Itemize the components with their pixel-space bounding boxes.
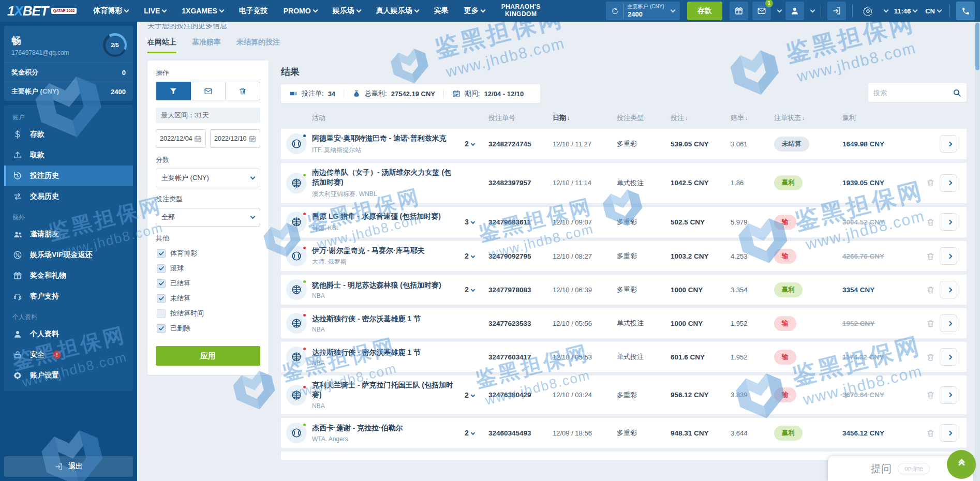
expand-count[interactable]: 2	[465, 391, 488, 399]
profile-button[interactable]	[785, 2, 804, 20]
col-odds[interactable]: 赔率↓	[731, 113, 774, 123]
row-detail-button[interactable]	[940, 174, 957, 192]
date-from-input[interactable]: 2022/12/04	[156, 129, 206, 148]
table-row[interactable]: 达拉斯独行侠 - 密尔沃基雄鹿 1 节NBA 32477603417 12/10…	[281, 342, 967, 372]
sidebar-item-vip-cashback[interactable]: 娱乐场VIP现金返还	[4, 245, 133, 265]
expand-count[interactable]: 3	[465, 218, 488, 226]
row-detail-button[interactable]	[940, 314, 957, 332]
col-bet-id[interactable]: 投注单号	[488, 113, 553, 123]
section-profile: 个人资料	[4, 307, 133, 324]
row-detail-button[interactable]	[940, 247, 957, 265]
row-detail-button[interactable]	[940, 213, 957, 231]
time-selector[interactable]: 11:46	[892, 7, 919, 15]
sidebar-item-security[interactable]: 安全 !	[4, 344, 133, 365]
delete-bet-button[interactable]	[921, 319, 940, 328]
checkbox-sports-betting[interactable]: 体育博彩	[157, 249, 259, 258]
col-event[interactable]: 活动	[312, 113, 465, 123]
expand-count[interactable]: 2	[465, 429, 488, 437]
sidebar-item-bonuses-gifts[interactable]: 奖金和礼物	[4, 265, 133, 286]
delete-bet-button[interactable]	[921, 285, 940, 294]
filter-button[interactable]	[156, 82, 191, 100]
col-win[interactable]: 赢利	[842, 113, 921, 123]
sidebar-item-withdraw[interactable]: 取款	[4, 145, 133, 166]
sidebar-item-transaction-history[interactable]: 交易历史	[4, 186, 133, 207]
phone-support-button[interactable]	[956, 2, 975, 20]
pharaohs-kingdom-banner[interactable]: PHARAOH'S KINGDOM	[501, 4, 541, 18]
menu-1xgames[interactable]: 1XGAMES	[182, 7, 223, 15]
delete-bet-button[interactable]	[921, 218, 940, 227]
row-detail-button[interactable]	[940, 424, 957, 442]
table-row[interactable]: 阿德里安·奥耶特滋巴奇 - 迪诺·普利兹米克ITF. 莫纳斯提尔站 2 3248…	[281, 129, 967, 159]
tab-base-odds[interactable]: 基准赔率	[192, 38, 221, 53]
checkbox-settled[interactable]: 已结算	[157, 279, 259, 288]
row-detail-button[interactable]	[940, 135, 957, 153]
checkbox-live[interactable]: 滚球	[157, 264, 259, 273]
sidebar-item-profile[interactable]: 个人资料	[4, 324, 133, 344]
search-icon[interactable]	[953, 88, 961, 97]
logout-button[interactable]: 退出	[4, 456, 133, 477]
delete-bet-button[interactable]	[921, 252, 940, 261]
section-account: 账户	[4, 107, 133, 124]
language-selector[interactable]: CN	[923, 7, 943, 15]
col-bet-type[interactable]: 投注类型	[617, 113, 671, 123]
col-date[interactable]: 日期↓	[553, 113, 617, 123]
tab-on-site[interactable]: 在网站上	[147, 38, 176, 53]
sidebar-item-account-settings[interactable]: 账户设置	[4, 365, 133, 386]
checkbox-unsettled[interactable]: 未结算	[157, 294, 259, 303]
expand-count[interactable]: 2	[465, 285, 488, 294]
sidebar-item-bet-history[interactable]: 投注历史	[4, 166, 133, 186]
table-row[interactable]: 达拉斯独行侠 - 密尔沃基雄鹿 1 节NBA 32477623533 12/10…	[281, 308, 967, 338]
table-row[interactable]: 伊万·谢尔盖奇克 - 马赛尔·库马耶夫大师. 俄罗斯 2 32479092795…	[281, 241, 967, 272]
menu-live[interactable]: LIVE	[144, 7, 166, 15]
settings-button-top[interactable]	[859, 2, 878, 20]
profile-progress-ring[interactable]: 2/5	[103, 33, 127, 57]
messages-button[interactable]: 1	[752, 2, 771, 20]
row-detail-button[interactable]	[940, 348, 957, 366]
expand-count[interactable]: 2	[465, 252, 488, 260]
menu-more[interactable]: 更多	[464, 6, 485, 16]
menu-esports[interactable]: 电子竞技	[239, 6, 268, 16]
sidebar-item-invite-friends[interactable]: 邀请朋友	[4, 224, 133, 245]
deposit-button[interactable]: 存款	[687, 2, 722, 20]
account-selector[interactable]: 主要帐户 (CNY) 2400	[606, 2, 680, 20]
menu-live-casino[interactable]: 真人娱乐场	[376, 6, 419, 16]
apply-button[interactable]: 应用	[156, 346, 260, 366]
sidebar-item-deposit[interactable]: 存款	[4, 124, 133, 145]
checkbox-by-settle-time[interactable]: 按结算时间	[157, 309, 259, 318]
table-row[interactable]: 杰西卡·蓬谢 - 克拉拉·伯勒尔WTA. Angers 2 3246034549…	[281, 418, 967, 448]
row-detail-button[interactable]	[940, 281, 957, 298]
col-stake[interactable]: 投注↓	[671, 113, 731, 123]
gift-button[interactable]	[730, 2, 748, 20]
refresh-icon[interactable]	[611, 7, 619, 15]
table-row[interactable]: 克利夫兰骑士 - 萨克拉门托国王队 (包括加时赛)NBA 2 324763804…	[281, 375, 967, 414]
delete-bet-button[interactable]	[921, 390, 940, 399]
delete-bet-button[interactable]	[921, 178, 940, 187]
row-detail-button[interactable]	[940, 386, 957, 404]
checkbox-deleted[interactable]: 已删除	[157, 324, 259, 333]
bet-type-select[interactable]: 全部	[156, 208, 260, 227]
delete-bet-button[interactable]	[921, 353, 940, 362]
vertical-scrollbar[interactable]	[975, 22, 980, 481]
search-input[interactable]	[873, 89, 953, 97]
expand-count[interactable]: 2	[465, 140, 488, 148]
mail-report-button[interactable]	[191, 82, 226, 100]
delete-bet-button[interactable]	[921, 429, 940, 438]
chat-toggle-button[interactable]	[947, 450, 976, 479]
col-status[interactable]: 注单状态↓	[774, 113, 842, 123]
account-select[interactable]: 主要帐户 (CNY)	[156, 169, 260, 187]
tab-unsettled-bets[interactable]: 未结算的投注	[236, 38, 280, 53]
history-tabs: 在网站上 基准赔率 未结算的投注	[147, 38, 967, 53]
logout-button-top[interactable]	[827, 2, 846, 20]
menu-sports[interactable]: 体育博彩	[93, 6, 128, 16]
menu-casino[interactable]: 娱乐场	[333, 6, 361, 16]
table-row[interactable]: 昌原 LG 猎隼 - 水原音速彊 (包括加时赛)韩国. KBL 3 324796…	[281, 207, 967, 237]
menu-promo[interactable]: PROMO	[284, 7, 317, 15]
brand-logo[interactable]: 1XBET Qatar 2022	[7, 3, 77, 19]
menu-bingo[interactable]: 宾果	[434, 6, 449, 16]
delete-bets-button[interactable]	[226, 82, 260, 100]
date-to-input[interactable]: 2022/12/10	[210, 129, 260, 148]
sidebar-item-support[interactable]: 客户支持	[4, 286, 133, 307]
table-row[interactable]: 南边传单队（女子）- 汤斯维尔火力女篮 (包括加时赛)澳大利亚锦标赛. WNBL…	[281, 163, 967, 203]
scrollbar-thumb[interactable]	[975, 23, 979, 70]
table-row[interactable]: 犹他爵士 - 明尼苏达森林狼 (包括加时赛)NBA 2 32477978083 …	[281, 275, 967, 305]
